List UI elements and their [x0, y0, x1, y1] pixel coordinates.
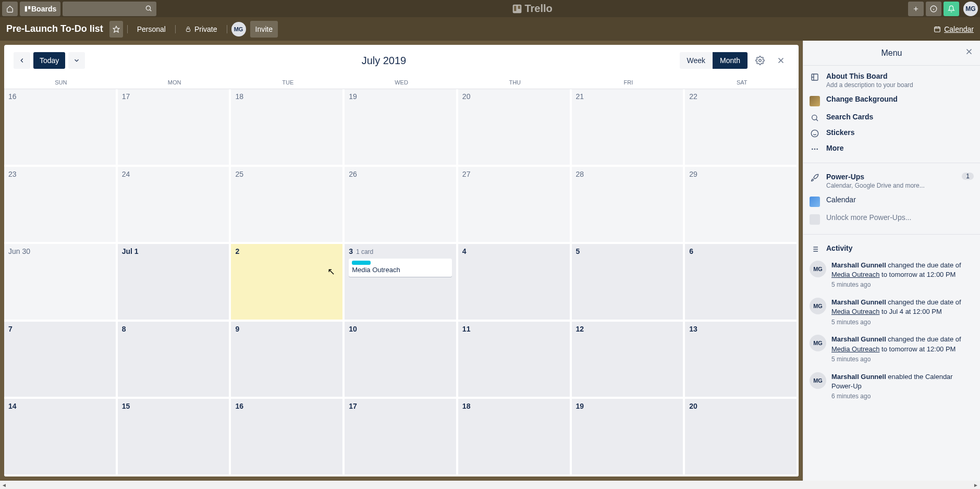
day-number: 3: [349, 247, 353, 255]
calendar-icon: [934, 26, 941, 33]
home-button[interactable]: [2, 2, 18, 16]
more-item[interactable]: More: [810, 141, 974, 156]
activity-link[interactable]: Media Outreach: [831, 308, 880, 315]
scroll-left-arrow[interactable]: ◄: [0, 481, 8, 489]
week-view-button[interactable]: Week: [680, 52, 713, 69]
member-avatar[interactable]: MG: [231, 22, 246, 36]
activity-text: Marshall Gunnell changed the due date of…: [831, 335, 974, 363]
create-button[interactable]: [908, 2, 924, 16]
notifications-button[interactable]: [944, 2, 959, 16]
activity-link[interactable]: Media Outreach: [831, 271, 880, 278]
calendar-cell[interactable]: 19: [572, 399, 685, 476]
calendar-cell[interactable]: Jun 30: [4, 244, 118, 322]
calendar-cell[interactable]: 23: [4, 167, 118, 244]
calendar-cell[interactable]: 28: [572, 167, 685, 244]
boardbar-right: Calendar: [934, 25, 974, 33]
stickers-item[interactable]: Stickers: [810, 125, 974, 141]
day-number: 26: [349, 170, 357, 178]
calendar-cell[interactable]: 15: [118, 399, 231, 476]
about-board-item[interactable]: About This Board Add a description to yo…: [810, 69, 974, 92]
scroll-right-arrow[interactable]: ►: [972, 481, 980, 489]
close-calendar-button[interactable]: [773, 52, 789, 69]
day-number: 7: [8, 325, 13, 333]
activity-avatar: MG: [810, 335, 826, 351]
dow-label: THU: [458, 76, 572, 89]
calendar-grid: 1617181920212223242526272829Jun 30Jul 12…: [4, 89, 799, 476]
calendar-cell[interactable]: 31 cardMedia Outreach: [345, 244, 458, 322]
search-input[interactable]: [63, 2, 156, 16]
calendar-cell[interactable]: 14: [4, 399, 118, 476]
calendar-cell[interactable]: 18: [458, 399, 572, 476]
month-view-button[interactable]: Month: [713, 52, 748, 69]
calendar-cell[interactable]: 8: [118, 322, 231, 399]
calendar-cell[interactable]: 16: [4, 89, 118, 167]
board-icon: [810, 73, 820, 81]
calendar-cell[interactable]: 16: [231, 399, 345, 476]
boards-button[interactable]: Boards: [20, 2, 60, 16]
calendar-cell[interactable]: 9: [231, 322, 345, 399]
svg-rect-5: [518, 6, 520, 9]
calendar-cell[interactable]: 24: [118, 167, 231, 244]
calendar-cell[interactable]: 21: [572, 89, 685, 167]
gear-icon: [755, 56, 765, 65]
user-avatar[interactable]: MG: [963, 2, 978, 16]
calendar-cell[interactable]: Jul 1: [118, 244, 231, 322]
calendar-cell[interactable]: 13: [685, 322, 799, 399]
horizontal-scrollbar[interactable]: ◄ ►: [0, 481, 980, 489]
prev-button[interactable]: [14, 52, 30, 69]
day-number: 4: [462, 247, 467, 255]
calendar-cell[interactable]: 22: [685, 89, 799, 167]
day-number: 19: [349, 92, 357, 101]
calendar-cell[interactable]: 11: [458, 322, 572, 399]
calendar-cell[interactable]: 2: [231, 244, 345, 322]
calendar-cell[interactable]: 17: [345, 399, 458, 476]
menu-section-activity: Activity MGMarshall Gunnell changed the …: [803, 238, 980, 408]
home-icon: [6, 5, 14, 13]
activity-link[interactable]: Media Outreach: [831, 345, 880, 353]
calendar-cell[interactable]: 10: [345, 322, 458, 399]
calendar-cell[interactable]: 7: [4, 322, 118, 399]
boards-icon: [24, 5, 31, 13]
powerups-item[interactable]: Power-Ups Calendar, Google Drive and mor…: [810, 169, 974, 192]
calendar-cell[interactable]: 29: [685, 167, 799, 244]
calendar-thumb: [810, 197, 820, 207]
day-number: 18: [462, 402, 471, 410]
calendar-cell[interactable]: 6: [685, 244, 799, 322]
personal-button[interactable]: Personal: [132, 21, 171, 38]
more-icon: [810, 145, 820, 153]
unlock-powerups-item[interactable]: Unlock more Power-Ups...: [810, 210, 974, 228]
calendar-cell[interactable]: 17: [118, 89, 231, 167]
next-button[interactable]: [68, 52, 85, 69]
svg-point-10: [759, 59, 762, 62]
calendar-link[interactable]: Calendar: [934, 25, 974, 33]
star-button[interactable]: [109, 21, 123, 38]
calendar-cell[interactable]: 27: [458, 167, 572, 244]
close-icon: [776, 56, 786, 65]
close-menu-button[interactable]: [964, 47, 974, 56]
info-button[interactable]: [926, 2, 941, 16]
calendar-cell[interactable]: 4: [458, 244, 572, 322]
dow-label: MON: [118, 76, 231, 89]
calendar-card[interactable]: Media Outreach: [349, 259, 452, 277]
calendar-cell[interactable]: 19: [345, 89, 458, 167]
calendar-cell[interactable]: 25: [231, 167, 345, 244]
calendar-cell[interactable]: 20: [458, 89, 572, 167]
invite-button[interactable]: Invite: [250, 21, 278, 38]
calendar-cell[interactable]: 26: [345, 167, 458, 244]
search-wrap: [63, 2, 156, 16]
calendar-powerup-item[interactable]: Calendar: [810, 192, 974, 210]
svg-point-15: [814, 149, 816, 150]
info-icon: [930, 5, 937, 13]
change-background-item[interactable]: Change Background: [810, 92, 974, 109]
calendar-cell[interactable]: 5: [572, 244, 685, 322]
settings-button[interactable]: [752, 52, 768, 69]
calendar-cell[interactable]: 12: [572, 322, 685, 399]
search-cards-item[interactable]: Search Cards: [810, 109, 974, 125]
today-button[interactable]: Today: [33, 52, 65, 69]
plus-icon: [912, 5, 920, 13]
private-button[interactable]: Private: [180, 21, 223, 38]
calendar-cell[interactable]: 20: [685, 399, 799, 476]
day-number: 9: [235, 325, 239, 333]
calendar-cell[interactable]: 18: [231, 89, 345, 167]
board-bar: Pre-Launch To-Do list Personal Private M…: [0, 17, 980, 41]
